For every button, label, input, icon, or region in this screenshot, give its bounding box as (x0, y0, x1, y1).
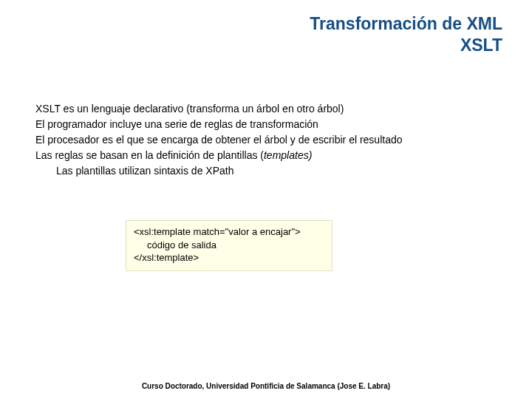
slide-footer: Curso Doctorado, Universidad Pontificia … (0, 382, 532, 390)
slide-body: XSLT es un lenguaje declarativo (transfo… (35, 102, 502, 179)
slide-title: Transformación de XML XSLT (310, 13, 502, 56)
code-line-2: código de salida (134, 239, 324, 252)
body-line-4-italic: templates) (264, 149, 312, 161)
slide: Transformación de XML XSLT XSLT es un le… (0, 0, 532, 399)
body-line-4-prefix: Las reglas se basan en la definición de … (35, 149, 264, 161)
code-line-3: </xsl:template> (134, 251, 324, 265)
body-line-1: XSLT es un lenguaje declarativo (transfo… (35, 102, 502, 116)
body-line-5: Las plantillas utilizan sintaxis de XPat… (35, 164, 502, 178)
code-box: <xsl:template match="valor a encajar"> c… (126, 220, 332, 271)
body-line-3: El procesador es el que se encarga de ob… (35, 133, 502, 147)
body-line-2: El programador incluye una serie de regl… (35, 117, 502, 132)
title-line-1: Transformación de XML (310, 13, 502, 35)
body-line-4: Las reglas se basan en la definición de … (35, 149, 502, 163)
code-line-1: <xsl:template match="valor a encajar"> (134, 225, 324, 239)
title-line-2: XSLT (310, 35, 502, 56)
